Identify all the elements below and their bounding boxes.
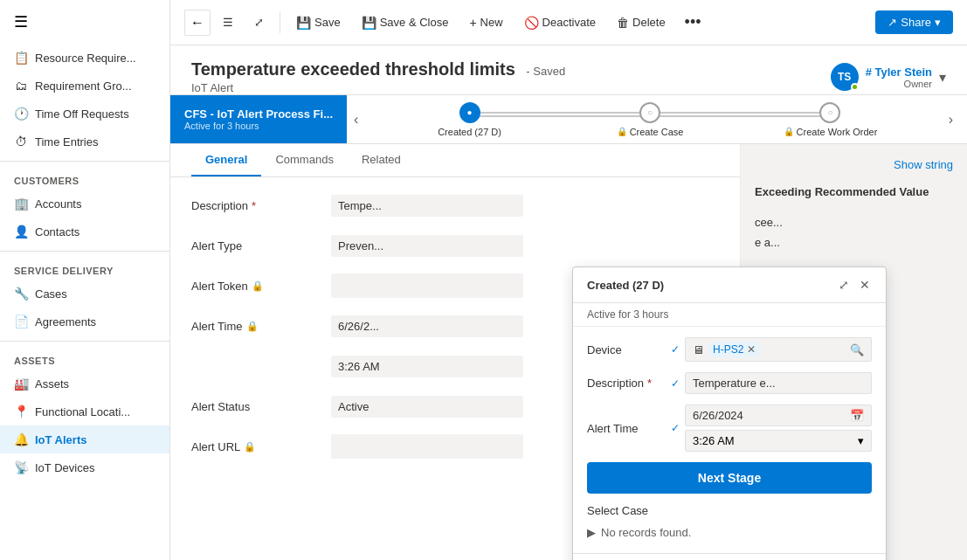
required-indicator-description: * — [252, 199, 256, 212]
functional-locations-icon: 📍 — [14, 404, 28, 418]
save-close-icon: 💾 — [362, 16, 376, 30]
process-step-create-work-order[interactable]: ○ 🔒 Create Work Order — [740, 102, 920, 137]
hamburger-menu-icon[interactable]: ☰ — [0, 0, 169, 44]
sidebar-item-requirement-groups[interactable]: 🗂 Requirement Gro... — [0, 72, 169, 100]
form-value-alert-time-2[interactable]: 3:26 AM — [331, 356, 523, 377]
list-view-button[interactable]: ☰ — [214, 10, 242, 34]
form-label-alert-time: Alert Time 🔒 — [191, 320, 331, 333]
sidebar-item-iot-devices[interactable]: 📡 IoT Devices — [0, 453, 169, 481]
form-value-description[interactable]: Tempe... — [331, 195, 523, 217]
truncated-1: cee... — [755, 216, 953, 229]
popup-header-icons: ⤢ ✕ — [837, 276, 872, 294]
sidebar-item-cases[interactable]: 🔧 Cases — [0, 280, 169, 308]
sidebar-item-time-entries[interactable]: ⏱ Time Entries — [0, 128, 169, 156]
popup-value-date[interactable]: 6/26/2024 📅 — [685, 404, 872, 426]
sidebar-item-agreements[interactable]: 📄 Agreements — [0, 308, 169, 335]
process-steps: ● Created (27 D) ○ 🔒 Create Case ○ 🔒 Cre… — [365, 95, 934, 143]
requirement-groups-icon: 🗂 — [14, 79, 28, 93]
expand-button[interactable]: ⤢ — [245, 10, 273, 34]
show-string-link[interactable]: Show string — [894, 158, 953, 171]
step-circle-create-work-order: ○ — [819, 102, 840, 123]
form-row-description: Description * Tempe... — [191, 191, 719, 219]
form-label-alert-type: Alert Type — [191, 239, 331, 252]
popup-expand-button[interactable]: ⤢ — [837, 276, 851, 294]
popup-value-device[interactable]: 🖥 H-PS2 ✕ 🔍 — [685, 337, 872, 362]
sidebar-item-assets[interactable]: 🏭 Assets — [0, 370, 169, 398]
time-entries-icon: ⏱ — [14, 135, 28, 149]
sidebar-item-resource-requirements[interactable]: 📋 Resource Require... — [0, 44, 169, 72]
popup-field-row-alert-time: Alert Time ✓ 6/26/2024 📅 3:26 AM ▾ — [587, 404, 872, 452]
alert-token-lock-icon: 🔒 — [252, 280, 264, 292]
tab-general[interactable]: General — [191, 144, 261, 176]
share-button[interactable]: ↗ Share ▾ — [875, 10, 953, 34]
sidebar-item-contacts[interactable]: 👤 Contacts — [0, 218, 169, 245]
delete-button[interactable]: 🗑 Delete — [608, 10, 674, 35]
more-button[interactable]: ••• — [678, 8, 708, 37]
popup-label-alert-time: Alert Time — [587, 422, 666, 435]
popup-check-description: ✓ — [671, 377, 680, 390]
resource-requirements-icon: 📋 — [14, 51, 28, 65]
record-title-area: Temperature exceeded threshold limits - … — [191, 59, 565, 94]
tab-commands[interactable]: Commands — [261, 144, 347, 176]
save-icon: 💾 — [296, 16, 311, 30]
back-button[interactable]: ← — [184, 10, 211, 36]
share-chevron-icon: ▾ — [935, 16, 941, 29]
exceeds-label: Exceeding Recommended Value — [755, 185, 953, 198]
share-icon: ↗ — [888, 16, 897, 29]
step-circle-create-case: ○ — [639, 102, 660, 123]
popup-active-label: Active for 3 hours — [587, 308, 668, 321]
content-tabs: General Commands Related — [170, 144, 740, 177]
deactivate-button[interactable]: 🚫 Deactivate — [515, 10, 604, 35]
owner-label: Owner — [866, 79, 932, 89]
form-value-alert-url[interactable] — [331, 434, 523, 459]
form-value-alert-time[interactable]: 6/26/2... — [331, 315, 523, 337]
popup-close-button[interactable]: ✕ — [858, 276, 872, 294]
process-step-created[interactable]: ● Created (27 D) — [379, 102, 559, 137]
device-tag-remove[interactable]: ✕ — [747, 343, 756, 356]
stage-popup: Created (27 D) ⤢ ✕ Active for 3 hours — [572, 266, 887, 560]
step-circle-created: ● — [459, 102, 480, 123]
popup-label-description: Description * — [587, 377, 666, 390]
popup-field-row-device: Device ✓ 🖥 H-PS2 ✕ 🔍 — [587, 337, 872, 362]
delete-icon: 🗑 — [617, 16, 629, 30]
sidebar-item-accounts[interactable]: 🏢 Accounts — [0, 190, 169, 218]
owner-info: # Tyler Stein Owner — [866, 66, 932, 89]
save-button[interactable]: 💾 Save — [287, 10, 349, 35]
process-nav-right: › — [935, 95, 967, 143]
no-records-arrow-icon: ▶ — [587, 526, 596, 539]
no-records-row: ▶ No records found. — [587, 522, 872, 543]
sidebar-divider-3 — [0, 341, 169, 342]
sidebar-item-functional-locations[interactable]: 📍 Functional Locati... — [0, 398, 169, 425]
iot-alerts-icon: 🔔 — [14, 432, 28, 446]
form-value-alert-type[interactable]: Preven... — [331, 235, 523, 257]
process-step-create-case[interactable]: ○ 🔒 Create Case — [560, 102, 740, 137]
process-prev-button[interactable]: ‹ — [347, 95, 365, 143]
owner-name[interactable]: # Tyler Stein — [866, 66, 932, 79]
tab-related[interactable]: Related — [348, 144, 415, 176]
record-subtitle: IoT Alert — [191, 81, 565, 94]
form-label-alert-token: Alert Token 🔒 — [191, 280, 331, 293]
sidebar-item-time-off-requests[interactable]: 🕐 Time Off Requests — [0, 100, 169, 128]
next-stage-button[interactable]: Next Stage — [587, 462, 872, 494]
owner-chevron-icon[interactable]: ▾ — [939, 69, 946, 86]
form-value-alert-token[interactable] — [331, 273, 523, 298]
sidebar: ☰ 📋 Resource Require... 🗂 Requirement Gr… — [0, 0, 170, 560]
new-button[interactable]: + New — [460, 10, 511, 35]
record-title: Temperature exceeded threshold limits — [191, 59, 515, 79]
form-value-alert-status[interactable]: Active — [331, 396, 523, 418]
popup-value-time[interactable]: 3:26 AM ▾ — [685, 430, 872, 452]
record-saved-badge: - Saved — [526, 65, 565, 78]
sidebar-item-iot-alerts[interactable]: 🔔 IoT Alerts — [0, 425, 169, 453]
popup-value-description[interactable]: Temperature e... — [685, 372, 872, 394]
popup-check-device: ✓ — [671, 343, 680, 356]
popup-header: Created (27 D) ⤢ ✕ — [573, 267, 886, 303]
no-records-label: No records found. — [601, 526, 691, 539]
process-active-stage[interactable]: CFS - IoT Alert Process Fi... Active for… — [170, 95, 347, 143]
sidebar-section-assets: Assets — [0, 347, 169, 370]
sidebar-section-customers: Customers — [0, 167, 169, 190]
device-search-icon[interactable]: 🔍 — [850, 343, 864, 356]
create-work-order-lock-icon: 🔒 — [784, 127, 794, 136]
process-next-button[interactable]: › — [942, 112, 960, 128]
save-close-button[interactable]: 💾 Save & Close — [353, 10, 458, 35]
online-dot — [851, 83, 859, 91]
